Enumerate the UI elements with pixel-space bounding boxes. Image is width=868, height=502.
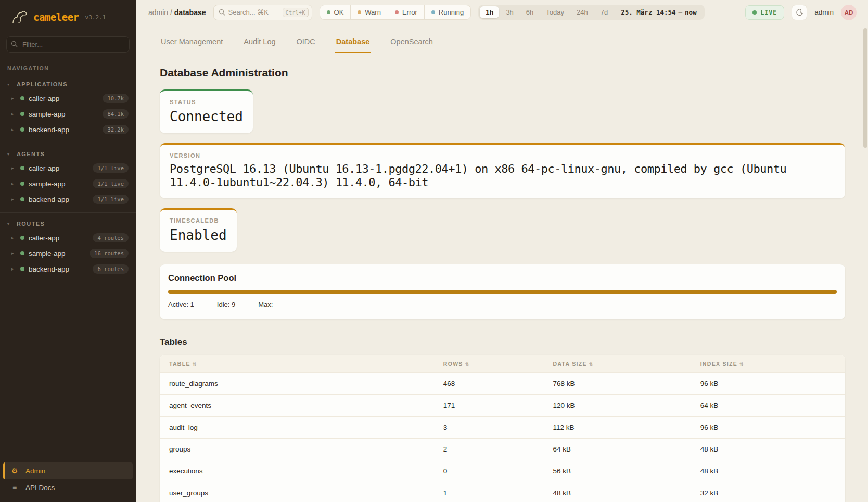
- scrollbar-thumb[interactable]: [863, 28, 867, 148]
- date-from: 25. März 14:54: [621, 8, 675, 16]
- tab-oidc[interactable]: OIDC: [296, 32, 316, 53]
- tab-audit-log[interactable]: Audit Log: [242, 32, 276, 53]
- tables-table: TABLE⇅ ROWS⇅ DATA SIZE⇅ INDEX SIZE⇅ rout…: [160, 355, 845, 502]
- status-cards: STATUS Connected VERSION PostgreSQL 16.1…: [160, 89, 845, 252]
- cell-data-size: 120 kB: [544, 395, 691, 416]
- table-row[interactable]: route_diagrams 468 768 kB 96 kB: [160, 372, 845, 394]
- item-badge: 84.1k: [103, 109, 129, 119]
- sidebar-item-applications-sample-app[interactable]: ▸ sample-app 84.1k: [0, 106, 136, 122]
- column-label: INDEX SIZE: [700, 361, 737, 367]
- table-row[interactable]: user_groups 1 48 kB 32 kB: [160, 482, 845, 502]
- pool-active: Active: 1: [168, 301, 194, 308]
- time-range-3h[interactable]: 3h: [500, 6, 519, 18]
- tab-user-management[interactable]: User Management: [160, 32, 224, 53]
- gear-icon: ⚙: [10, 467, 19, 475]
- filter-input[interactable]: [6, 36, 130, 53]
- cell-rows: 0: [434, 460, 544, 482]
- time-range-7d[interactable]: 7d: [595, 6, 614, 18]
- search-icon: [11, 41, 18, 47]
- date-separator: —: [676, 8, 685, 16]
- column-header-table[interactable]: TABLE⇅: [160, 355, 434, 372]
- error-dot-icon: [395, 10, 399, 14]
- scrollbar[interactable]: [863, 1, 867, 501]
- sidebar-item-admin[interactable]: ⚙ Admin: [3, 462, 133, 479]
- section-header-routes[interactable]: ▾ ROUTES: [0, 216, 136, 230]
- time-range-24h[interactable]: 24h: [571, 6, 594, 18]
- pool-idle: Idle: 9: [217, 301, 235, 308]
- sidebar-item-agents-caller-app[interactable]: ▸ caller-app 1/1 live: [0, 160, 136, 176]
- time-range-6h[interactable]: 6h: [520, 6, 539, 18]
- caret-right-icon: ▸: [11, 197, 16, 202]
- avatar[interactable]: AD: [841, 5, 857, 20]
- caret-right-icon: ▸: [11, 96, 16, 101]
- caret-right-icon: ▸: [11, 266, 16, 272]
- timescaledb-card: TIMESCALEDB Enabled: [160, 208, 237, 252]
- table-row[interactable]: executions 0 56 kB 48 kB: [160, 460, 845, 482]
- connection-pool-title: Connection Pool: [168, 273, 837, 283]
- section-header-agents[interactable]: ▾ AGENTS: [0, 147, 136, 160]
- status-filter-group: OK Warn Error Running: [320, 5, 471, 20]
- sidebar-filter: [6, 36, 130, 53]
- search-input[interactable]: Search... ⌘K Ctrl+K: [213, 5, 312, 20]
- theme-toggle-button[interactable]: [792, 5, 807, 20]
- tab-opensearch[interactable]: OpenSearch: [389, 32, 433, 53]
- live-label: LIVE: [761, 9, 777, 16]
- filter-warn[interactable]: Warn: [350, 5, 388, 19]
- column-label: DATA SIZE: [553, 361, 587, 367]
- time-range-today[interactable]: Today: [540, 6, 570, 18]
- sidebar-item-routes-backend-app[interactable]: ▸ backend-app 6 routes: [0, 261, 136, 277]
- date-to: now: [685, 8, 697, 16]
- version-card: VERSION PostgreSQL 16.13 (Ubuntu 16.13-1…: [160, 143, 845, 198]
- filter-error[interactable]: Error: [388, 5, 424, 19]
- time-range-group: 1h 3h 6h Today 24h 7d 25. März 14:54—now: [478, 5, 704, 20]
- cell-table-name: agent_events: [160, 395, 434, 416]
- api-docs-label: API Docs: [25, 484, 55, 492]
- cell-data-size: 64 kB: [544, 439, 691, 460]
- warn-dot-icon: [358, 10, 361, 14]
- filter-warn-label: Warn: [365, 8, 381, 16]
- filter-running-label: Running: [439, 8, 464, 16]
- logo[interactable]: cameleer v3.2.1: [0, 0, 136, 33]
- filter-running[interactable]: Running: [424, 5, 470, 19]
- sidebar-item-applications-backend-app[interactable]: ▸ backend-app 32.2k: [0, 122, 136, 137]
- live-badge[interactable]: LIVE: [745, 5, 785, 20]
- sidebar-item-routes-sample-app[interactable]: ▸ sample-app 16 routes: [0, 246, 136, 261]
- sidebar-item-agents-sample-app[interactable]: ▸ sample-app 1/1 live: [0, 176, 136, 191]
- sort-icon: ⇅: [193, 362, 197, 367]
- tab-database[interactable]: Database: [335, 32, 371, 53]
- sidebar-item-routes-caller-app[interactable]: ▸ caller-app 4 routes: [0, 230, 136, 246]
- connection-pool-stats: Active: 1 Idle: 9 Max:: [168, 301, 837, 308]
- app-name: cameleer: [33, 11, 79, 23]
- time-range-1h[interactable]: 1h: [480, 6, 499, 18]
- sidebar-footer: ⚙ Admin ≡ API Docs: [0, 457, 136, 502]
- sidebar-item-applications-caller-app[interactable]: ▸ caller-app 10.7k: [0, 91, 136, 106]
- table-row[interactable]: agent_events 171 120 kB 64 kB: [160, 394, 845, 416]
- timescaledb-card-value: Enabled: [170, 227, 227, 243]
- item-label: sample-app: [29, 180, 88, 188]
- date-range[interactable]: 25. März 14:54—now: [615, 8, 703, 16]
- table-row[interactable]: groups 2 64 kB 48 kB: [160, 438, 845, 460]
- column-label: TABLE: [169, 361, 190, 367]
- tab-bar: User Management Audit Log OIDC Database …: [136, 32, 868, 53]
- cell-table-name: user_groups: [160, 482, 434, 502]
- breadcrumb-separator: /: [170, 8, 172, 17]
- breadcrumb-section[interactable]: admin: [148, 8, 168, 17]
- version-card-label: VERSION: [170, 152, 835, 159]
- connection-pool-card: Connection Pool Active: 1 Idle: 9 Max:: [160, 264, 845, 319]
- column-header-index-size[interactable]: INDEX SIZE⇅: [691, 355, 845, 372]
- user-name[interactable]: admin: [814, 8, 834, 16]
- caret-right-icon: ▸: [11, 127, 16, 132]
- cell-index-size: 48 kB: [691, 439, 845, 460]
- column-header-data-size[interactable]: DATA SIZE⇅: [544, 355, 691, 372]
- sidebar-item-api-docs[interactable]: ≡ API Docs: [3, 479, 133, 496]
- column-header-rows[interactable]: ROWS⇅: [434, 355, 544, 372]
- app-version: v3.2.1: [85, 14, 106, 21]
- item-label: backend-app: [29, 126, 98, 134]
- cell-data-size: 48 kB: [544, 482, 691, 502]
- filter-ok[interactable]: OK: [320, 5, 351, 19]
- moon-icon: [796, 8, 803, 16]
- table-row[interactable]: audit_log 3 112 kB 96 kB: [160, 416, 845, 438]
- section-header-applications[interactable]: ▾ APPLICATIONS: [0, 77, 136, 91]
- cell-index-size: 64 kB: [691, 395, 845, 416]
- sidebar-item-agents-backend-app[interactable]: ▸ backend-app 1/1 live: [0, 191, 136, 207]
